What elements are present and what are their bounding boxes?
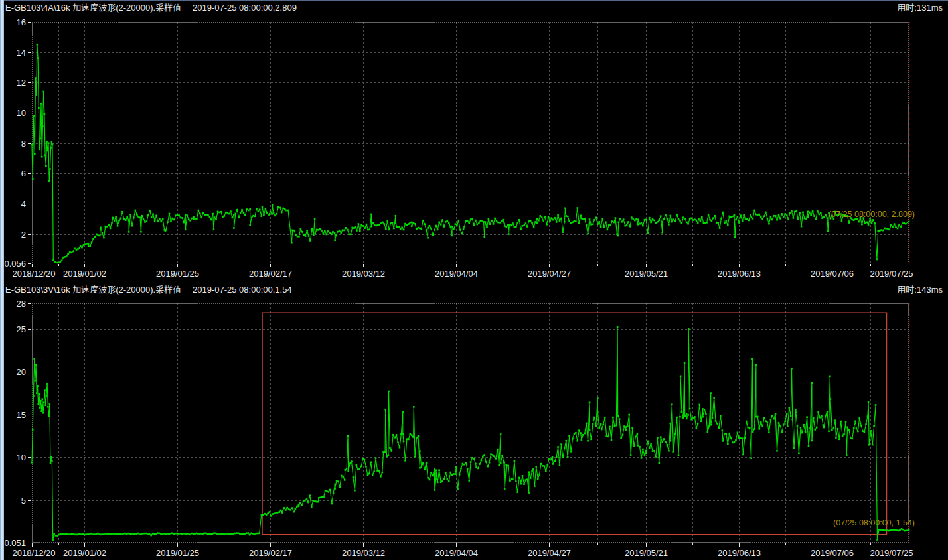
- plot-area-2[interactable]: [32, 303, 909, 543]
- x-tick-label: 2019/06/13: [718, 269, 761, 279]
- x-tick-label: 2019/01/02: [63, 269, 106, 279]
- chart2-channel-title: E-GB103\3V\16k 加速度波形(2-20000).采样值: [5, 283, 181, 297]
- chart1-channel-title: E-GB103\4A\16k 加速度波形(2-20000).采样值: [5, 1, 181, 15]
- x-tick-label: 2019/04/04: [435, 269, 478, 279]
- x-tick-label: 2019/05/21: [625, 548, 668, 558]
- x-tick-label: 2019/06/13: [718, 548, 761, 558]
- y-tick-label: 4: [21, 199, 26, 209]
- y-tick-label: 6: [21, 169, 26, 178]
- trend-chart-2: 282520151050.0512018/12/202019/01/022019…: [4, 299, 915, 559]
- y-tick-label: 2: [21, 230, 26, 240]
- chart2-elapsed-time: 用时:143ms: [897, 283, 943, 297]
- x-tick-label: 2019/04/27: [528, 548, 571, 558]
- y-tick-label: 28: [17, 299, 26, 309]
- y-tick-label: 14: [17, 48, 26, 58]
- x-tick-label: 2019/03/12: [342, 269, 385, 279]
- chart1-elapsed-time: 用时:131ms: [897, 1, 943, 15]
- window-border-left: [0, 0, 4, 560]
- chart2-header: E-GB103\3V\16k 加速度波形(2-20000).采样值 2019-0…: [0, 283, 948, 297]
- x-tick-label: 2018/12/20: [13, 269, 56, 279]
- x-tick-label: 2019/02/17: [249, 269, 292, 279]
- x-tick-label: 2019/07/25: [870, 269, 913, 279]
- window-border-top: [0, 0, 948, 1]
- y-tick-label: 15: [17, 410, 26, 420]
- cursor-annotation-2: (07/25 08:00:00, 1.54): [833, 518, 915, 527]
- chart2-cursor-value: 2019-07-25 08:00:00,1.54: [193, 283, 292, 297]
- x-tick-label: 2019/07/25: [870, 548, 913, 558]
- y-tick-label: 10: [17, 453, 26, 462]
- y-tick-label: 16: [17, 17, 26, 27]
- chart1-header: E-GB103\4A\16k 加速度波形(2-20000).采样值 2019-0…: [0, 1, 948, 15]
- y-tick-label: 0.056: [4, 259, 26, 269]
- x-tick-label: 2019/07/06: [811, 548, 854, 558]
- y-tick-label: 0.051: [4, 538, 26, 548]
- trend-chart-1: 1614121086420.0562018/12/202019/01/02201…: [4, 17, 915, 279]
- x-tick-label: 2019/05/21: [625, 269, 668, 279]
- x-tick-label: 2019/04/04: [435, 548, 478, 558]
- x-tick-label: 2019/02/17: [249, 548, 292, 558]
- y-tick-label: 25: [17, 324, 26, 334]
- x-tick-label: 2019/01/02: [63, 548, 106, 558]
- x-tick-label: 2019/04/27: [528, 269, 571, 279]
- y-tick-label: 12: [17, 78, 26, 88]
- chart1-cursor-value: 2019-07-25 08:00:00,2.809: [193, 1, 297, 15]
- y-tick-label: 8: [21, 139, 26, 149]
- trend-charts-canvas: 1614121086420.0562018/12/202019/01/02201…: [0, 0, 948, 560]
- y-tick-label: 5: [21, 496, 26, 506]
- x-tick-label: 2019/01/25: [156, 269, 199, 279]
- x-tick-label: 2019/01/25: [156, 548, 199, 558]
- y-tick-label: 20: [17, 367, 26, 377]
- x-tick-label: 2019/03/12: [342, 548, 385, 558]
- plot-area-1[interactable]: [32, 22, 909, 263]
- x-tick-label: 2019/07/06: [811, 269, 854, 279]
- cursor-annotation-1: (07/25 08:00:00, 2.809): [829, 210, 915, 219]
- y-tick-label: 10: [17, 108, 26, 118]
- x-tick-label: 2018/12/20: [13, 548, 56, 558]
